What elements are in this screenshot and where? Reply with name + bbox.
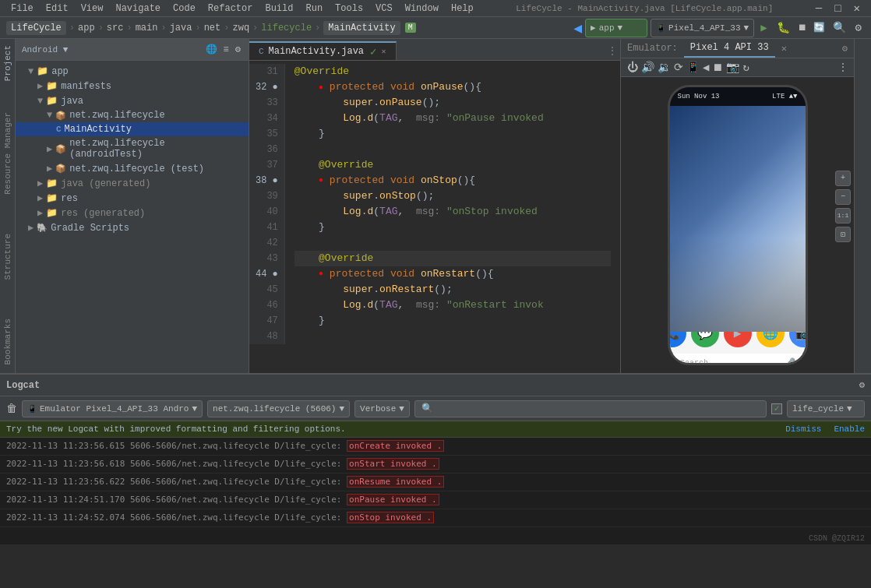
project-icon1[interactable]: 🌐 [204,42,219,57]
breadcrumb-net[interactable]: net [204,23,221,33]
code-line-39: super . onStop (); [294,188,611,204]
tree-item-gradle[interactable]: ▶ 🐘 Gradle Scripts [16,220,249,235]
tree-item-res[interactable]: ▶ 📁 res [16,191,249,206]
debug-button[interactable]: 🐛 [774,21,793,34]
run-config-combo[interactable]: ▶ app ▼ [585,19,647,37]
minimize-btn[interactable]: ─ [811,2,827,15]
breadcrumb-java[interactable]: java [170,23,192,33]
tree-item-java[interactable]: ▼ 📁 java [16,93,249,108]
logcat-enable-btn[interactable]: Enable [834,424,865,434]
device-combo[interactable]: 📱 Pixel_4_API_33 ▼ [651,19,754,37]
breadcrumb-zwq[interactable]: zwq [232,23,249,33]
menu-code[interactable]: Code [168,3,200,14]
editor-menu-btn[interactable]: ⋮ [605,42,620,60]
menu-view[interactable]: View [76,3,108,14]
code-line-36 [294,142,611,157]
code-line-35: } [294,126,611,142]
search-button[interactable]: 🔍 [830,21,849,34]
close-btn[interactable]: ✕ [849,2,865,15]
tree-item-res-gen[interactable]: ▶ 📁 res (generated) [16,206,249,220]
menu-window[interactable]: Window [400,3,443,14]
run-button[interactable]: ▶ [757,21,770,34]
logcat-device-combo[interactable]: 📱 Emulator Pixel_4_API_33 Andro ▼ [22,400,203,417]
power-icon[interactable]: ⏻ [627,62,638,74]
zoom-fit-btn[interactable]: ⊡ [835,227,851,242]
maximize-btn[interactable]: □ [830,2,845,15]
logcat-level-combo[interactable]: Verbose ▼ [354,400,410,417]
backward-icon[interactable]: ◀ [703,61,709,74]
emulator-tab-pixel4[interactable]: Pixel 4 API 33 [684,39,775,58]
menu-navigate[interactable]: Navigate [111,3,165,14]
phone-icon[interactable]: 📱 [686,61,700,74]
tree-item-java-gen[interactable]: ▶ 📁 java (generated) [16,176,249,191]
zoom-ratio-btn[interactable]: 1:1 [835,208,851,224]
emulator-settings-icon[interactable]: ⚙ [842,43,848,55]
window-title: LifeCycle - MainActivity.java [LifeCycle… [511,4,778,13]
logcat-clear-icon[interactable]: 🗑 [6,403,17,415]
editor-tab-mainactivity[interactable]: C MainActivity.java ✓ ✕ [249,41,397,60]
logcat-package-combo[interactable]: net.zwq.lifecycle (5606) ▼ [207,400,350,417]
breadcrumb-project[interactable]: LifeCycle [6,21,66,35]
package-icon: 📦 [55,111,66,121]
log-ts-2: 2022-11-13 11:23:56.618 5606-5606/net.zw… [6,459,347,469]
tree-item-package[interactable]: ▼ 📦 net.zwq.lifecycle [16,108,249,122]
menu-run[interactable]: Run [301,3,327,14]
breadcrumb-main[interactable]: main [136,23,158,33]
line-num-40: 40 [256,204,278,220]
zoom-in-btn[interactable]: + [835,171,851,186]
stop-emu-icon[interactable]: ⏹ [712,62,723,74]
menu-file[interactable]: File [6,3,38,14]
logcat-settings-icon[interactable]: ⚙ [859,379,865,391]
log-row-3: 2022-11-13 11:23:56.622 5606-5606/net.zw… [0,474,871,491]
menu-vcs[interactable]: VCS [371,3,397,14]
logcat-checkbox[interactable]: ✓ [771,403,782,414]
logcat-filter-combo[interactable]: life_cycle ▼ [787,400,865,417]
volume-down-icon[interactable]: 🔉 [658,61,671,74]
zoom-out-btn[interactable]: − [835,189,851,205]
menu-build[interactable]: Build [260,3,298,14]
code-content[interactable]: 31 32 ● 33 34 35 36 37 38 ● 39 40 41 42 … [249,61,620,373]
emulator-close-tab[interactable]: ✕ [781,43,787,55]
tree-item-mainactivity[interactable]: C MainActivity [16,122,249,136]
stop-button[interactable]: ⏹ [796,22,809,33]
breadcrumb-file[interactable]: MainActivity [323,21,400,35]
tree-item-app[interactable]: ▼ 📁 app [16,64,249,79]
rotate-icon[interactable]: ⟳ [674,61,683,74]
sidebar-tab-bookmarks[interactable]: Bookmarks [3,319,12,364]
breadcrumb-src[interactable]: src [107,23,124,33]
breadcrumb-app[interactable]: app [78,23,95,33]
logcat-content[interactable]: 2022-11-13 11:23:56.615 5606-5606/net.zw… [0,438,871,544]
res-gen-arrow-icon: ▶ [37,207,43,219]
emulator-panel: Emulator: Pixel 4 API 33 ✕ ⚙ ⏻ 🔊 🔉 ⟳ 📱 ◀… [620,39,854,373]
sidebar-tab-structure[interactable]: Structure [3,234,12,280]
reload-icon[interactable]: ↻ [742,61,749,74]
line-num-34: 34 [256,111,278,126]
menu-tools[interactable]: Tools [330,3,368,14]
tree-item-test[interactable]: ▶ 📦 net.zwq.lifecycle (test) [16,161,249,176]
menu-help[interactable]: Help [446,3,478,14]
project-icon2[interactable]: ≡ [222,43,231,57]
sidebar-tab-project[interactable]: Project [3,45,12,81]
test-icon: 📦 [55,164,66,174]
sync-button[interactable]: 🔄 [812,22,827,33]
project-dropdown[interactable]: Android ▼ [22,45,68,55]
tab-close-btn[interactable]: ✕ [381,47,386,56]
code-line-41: } [294,220,611,235]
volume-icon[interactable]: 🔊 [641,61,654,74]
logcat-dismiss-btn[interactable]: Dismiss [785,424,821,434]
back-nav-icon[interactable]: ◀ [573,19,582,37]
logcat-search-box[interactable]: 🔍 [414,400,767,417]
camera-icon[interactable]: 📷 [726,61,739,74]
menu-edit[interactable]: Edit [41,3,73,14]
project-icon3[interactable]: ⚙ [234,42,242,57]
menu-refactor[interactable]: Refactor [203,3,258,14]
sidebar-tab-resource[interactable]: Resource Manager [3,112,12,195]
settings-button[interactable]: ⚙ [852,21,865,34]
emu-menu-icon[interactable]: ⋮ [838,62,848,73]
gradle-icon: 🐘 [37,223,48,233]
line-num-39: 39 [256,188,278,204]
tree-item-manifests[interactable]: ▶ 📁 manifests [16,79,249,93]
tree-item-androidtest[interactable]: ▶ 📦 net.zwq.lifecycle (androidTest) [16,136,249,161]
log-ts-3: 2022-11-13 11:23:56.622 5606-5606/net.zw… [6,477,347,487]
breadcrumb-lifecycle[interactable]: lifecycle [261,23,312,33]
